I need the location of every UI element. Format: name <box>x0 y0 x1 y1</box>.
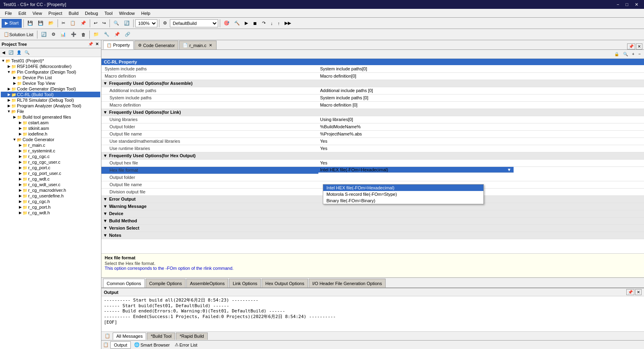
tree-item-prog_analyzer[interactable]: ▶📁Program Analyzer (Analyze Tool) <box>1 103 100 109</box>
property-row[interactable]: Use standard/mathematical librariesYes <box>101 138 644 145</box>
tab-pin-button[interactable]: 📌 <box>627 43 635 49</box>
tree-item-r_systeminit_c[interactable]: ▶📁r_systeminit.c <box>1 148 100 154</box>
options-tab-compile[interactable]: Compile Options <box>146 279 186 287</box>
prop-expand-button[interactable]: + <box>630 51 636 57</box>
tree-item-r_cg_cgc_h[interactable]: ▶📁r_cg_cgc.h <box>1 199 100 204</box>
property-row[interactable]: System include pathsSystem include paths… <box>101 65 644 72</box>
prop-search-button[interactable]: 🔍 <box>621 51 630 57</box>
output-close-button[interactable]: ✕ <box>635 289 642 295</box>
dropdown-option-binary[interactable]: Binary file(-FOm=Binary) <box>323 197 483 204</box>
tree-item-build_tool_gen[interactable]: ▶📁Build tool generated files <box>1 114 100 120</box>
tree-filter-button[interactable]: 🔍 <box>23 49 31 55</box>
paste-button[interactable]: 📌 <box>78 19 88 28</box>
property-row[interactable]: Output folder <box>101 174 644 181</box>
zoom-dropdown[interactable]: 100% <box>135 19 157 27</box>
undo-button[interactable]: ↩ <box>92 19 99 28</box>
panel-pin-button[interactable]: 📌 <box>87 42 94 46</box>
bottom-tab-smart-browser[interactable]: 🌐 Smart Browser <box>132 342 171 347</box>
sol-btn1[interactable]: 🔄 <box>39 30 49 39</box>
options-tab-common[interactable]: Common Options <box>103 279 145 287</box>
solution-list-button[interactable]: 📋 Solution List <box>2 30 35 39</box>
sol-btn9[interactable]: 🔗 <box>123 30 132 39</box>
tree-item-r_cg_wdt_user_c[interactable]: ▶📁r_cg_wdt_user.c <box>1 182 100 187</box>
build-button[interactable]: 🔨 <box>232 19 242 28</box>
sol-btn2[interactable]: ⚙ <box>50 30 58 39</box>
property-row[interactable]: Output file name%ProjectName%.abs <box>101 130 644 138</box>
dropdown-option-motorola[interactable]: Motorola S-record file(-FOm=Stype) <box>323 191 483 197</box>
menu-help[interactable]: Help <box>138 10 154 16</box>
property-row[interactable]: Using librariesUsing libraries[0] <box>101 116 644 123</box>
target-button[interactable]: 🎯 <box>222 19 231 28</box>
output-tab-build-tool[interactable]: *Build Tool <box>147 333 175 340</box>
tree-item-iodefine_h[interactable]: ▶📁iodefine.h <box>1 131 100 137</box>
tree-item-device_pin_list[interactable]: ▶📁Device Pin List <box>1 75 100 80</box>
tree-item-code_gen_design[interactable]: ▶📁Code Generator (Design Tool) <box>1 86 100 92</box>
prop-lock-button[interactable]: 🔒 <box>613 51 621 57</box>
step-over-button[interactable]: ↷ <box>260 19 268 28</box>
property-row[interactable]: Hex file formatIntel HEX file(-FOm=Hexad… <box>101 166 644 174</box>
menu-file[interactable]: File <box>2 10 15 16</box>
sol-btn6[interactable]: 📁 <box>91 30 101 39</box>
menu-debug[interactable]: Debug <box>82 10 101 16</box>
bottom-tab-error-list[interactable]: ⚠ Error List <box>173 342 199 347</box>
tree-back-button[interactable]: ◀ <box>1 49 6 55</box>
menu-edit[interactable]: Edit <box>15 10 29 16</box>
start-button[interactable]: ▶ Start <box>2 19 22 28</box>
tree-item-cstart_asm[interactable]: ▶📁cstart.asm <box>1 120 100 125</box>
tree-item-code_gen[interactable]: ▼📂Code Generator <box>1 137 100 142</box>
stop-button[interactable]: ⏹ <box>251 19 259 28</box>
property-row[interactable]: Use runtime librariesYes <box>101 145 644 152</box>
tree-item-r_cg_wdt_c[interactable]: ▶📁r_cg_wdt.c <box>1 176 100 182</box>
dropdown-toggle-button[interactable]: ▼ <box>506 167 512 172</box>
tree-item-r_cg_userdefine_h[interactable]: ▶📁r_cg_userdefine.h <box>1 193 100 199</box>
bottom-tab-output[interactable]: Output <box>110 341 131 349</box>
prop-collapse-button[interactable]: − <box>637 51 642 57</box>
project-tree[interactable]: ▼📂Test01 (Project)*▶📁R5F104FE (Microcont… <box>0 57 101 349</box>
maximize-button[interactable]: □ <box>623 2 631 7</box>
settings-button[interactable]: ⚙ <box>161 19 169 28</box>
property-row[interactable]: Output hex fileYes <box>101 159 644 166</box>
sol-btn8[interactable]: 📌 <box>112 30 122 39</box>
tab-code-generator[interactable]: ⚙ Code Generator <box>134 41 179 49</box>
options-tab-hex_output[interactable]: Hex Output Options <box>262 279 308 287</box>
property-row[interactable]: ▼Notes <box>101 232 644 239</box>
tab-close-button[interactable]: ✕ <box>636 43 642 49</box>
build-config-dropdown[interactable]: DefaultBuild <box>170 19 218 27</box>
close-button[interactable]: ✕ <box>632 2 641 7</box>
property-row[interactable]: ▼Version Select <box>101 224 644 232</box>
tree-item-r_cg_port_c[interactable]: ▶📁r_cg_port.c <box>1 165 100 170</box>
property-row[interactable]: ▼Device <box>101 210 644 217</box>
property-row[interactable]: ▼Build Method <box>101 217 644 224</box>
tree-user-button[interactable]: 👤 <box>15 49 23 55</box>
tree-item-r_cg_cgc_c[interactable]: ▶📁r_cg_cgc.c <box>1 154 100 159</box>
tree-item-r_cg_wdt_h[interactable]: ▶📁r_cg_wdt.h <box>1 210 100 216</box>
tree-item-file[interactable]: ▼📂File <box>1 109 100 114</box>
menu-build[interactable]: Build <box>66 10 82 16</box>
menu-view[interactable]: View <box>29 10 45 16</box>
tab-property[interactable]: 📋 Property <box>103 41 134 49</box>
redo-button[interactable]: ↪ <box>100 19 108 28</box>
sol-btn5[interactable]: 🗑 <box>79 30 88 39</box>
copy-button[interactable]: 📋 <box>68 19 78 28</box>
tree-item-mcu[interactable]: ▶📁R5F104FE (Microcontroller) <box>1 64 100 69</box>
tree-item-device_top_view[interactable]: ▶📁Device Top View <box>1 80 100 86</box>
menu-project[interactable]: Project <box>45 10 65 16</box>
open-button[interactable]: 📂 <box>46 19 56 28</box>
find-button[interactable]: 🔍 <box>111 19 121 28</box>
property-row[interactable]: ▼Frequently Used Options(for Link) <box>101 109 644 116</box>
tree-item-stkinit_asm[interactable]: ▶📁stkinit.asm <box>1 125 100 131</box>
options-tab-io_header[interactable]: I/O Header File Generation Options <box>309 279 386 287</box>
property-row[interactable]: Macro definitionMacro definition [0] <box>101 101 644 109</box>
tab-r-main-c[interactable]: 📄 r_main.c ✕ <box>179 41 216 49</box>
save-button[interactable]: 💾 <box>25 19 35 28</box>
continue-button[interactable]: ▶▶ <box>283 19 293 28</box>
output-pin-button[interactable]: 📌 <box>626 289 634 295</box>
cut-button[interactable]: ✂ <box>60 19 67 28</box>
sol-btn3[interactable]: 📊 <box>58 30 68 39</box>
sol-btn4[interactable]: ➕ <box>69 30 78 39</box>
debug-button[interactable]: ▶ <box>243 19 250 28</box>
step-out-button[interactable]: ↑ <box>276 19 282 28</box>
step-in-button[interactable]: ↓ <box>268 19 275 28</box>
panel-close-button[interactable]: ✕ <box>95 42 99 46</box>
tree-item-rl78_sim[interactable]: ▶📁RL78 Simulator (Debug Tool) <box>1 97 100 103</box>
